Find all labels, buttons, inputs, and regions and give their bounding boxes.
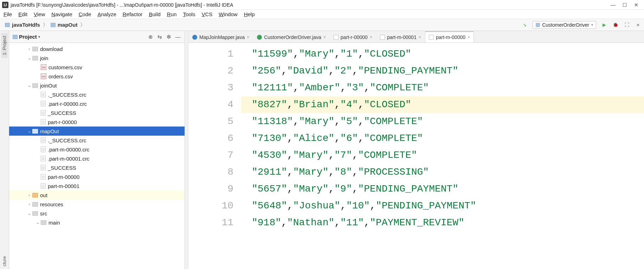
close-icon[interactable]: × bbox=[323, 35, 326, 40]
run-config-selector[interactable]: CustomerOrderDriver ▾ bbox=[533, 21, 596, 29]
tab-label: part-r-00000 bbox=[341, 34, 368, 40]
menu-tools[interactable]: Tools bbox=[183, 11, 195, 17]
tree-node-label: orders.csv bbox=[49, 73, 73, 79]
close-icon[interactable]: × bbox=[419, 35, 421, 40]
project-tree[interactable]: ›download⌄joincsvcustomers.csvcsvorders.… bbox=[9, 43, 185, 269]
structure-tool-tab[interactable]: cture bbox=[1, 253, 8, 269]
code-line[interactable]: "12111","Amber","3","COMPLETE" bbox=[241, 79, 644, 96]
menu-edit[interactable]: Edit bbox=[18, 11, 27, 17]
folder-icon bbox=[32, 47, 38, 51]
menu-code[interactable]: Code bbox=[79, 11, 91, 17]
run-icon[interactable]: ▶ bbox=[601, 22, 607, 28]
coverage-icon[interactable]: ⛶ bbox=[624, 22, 630, 28]
gear-icon[interactable]: ✼ bbox=[166, 34, 172, 40]
editor-tab-customerorderdriver-java[interactable]: CustomerOrderDriver.java× bbox=[253, 31, 330, 43]
hide-icon[interactable]: — bbox=[175, 34, 181, 40]
tree-node-main[interactable]: ⌄main bbox=[9, 218, 185, 227]
folder-icon bbox=[5, 23, 10, 27]
locate-icon[interactable]: ⊕ bbox=[147, 34, 154, 40]
menu-run[interactable]: Run bbox=[167, 11, 177, 17]
menu-analyze[interactable]: Analyze bbox=[97, 11, 116, 17]
tree-node-mapout[interactable]: ⌄mapOut bbox=[9, 127, 185, 136]
menu-vcs[interactable]: VCS bbox=[201, 11, 212, 17]
chevron-right-icon[interactable]: › bbox=[26, 193, 32, 197]
maximize-button[interactable]: ☐ bbox=[623, 2, 627, 8]
tab-label: MapJoinMapper.java bbox=[199, 34, 245, 40]
build-icon[interactable]: ↘ bbox=[521, 22, 528, 28]
tree-node-orders-csv[interactable]: csvorders.csv bbox=[9, 72, 185, 81]
left-tool-gutter: 1: Project cture bbox=[0, 31, 9, 269]
project-tool-tab[interactable]: 1: Project bbox=[1, 33, 8, 58]
line-number: 4 bbox=[188, 96, 233, 113]
project-panel: Project ▾ ⊕ ⇆ ✼ — ›download⌄joincsvcusto… bbox=[9, 31, 185, 269]
chevron-down-icon[interactable]: ⌄ bbox=[26, 211, 32, 216]
tree-node--success[interactable]: _SUCCESS bbox=[9, 163, 185, 172]
menu-refactor[interactable]: Refactor bbox=[123, 11, 143, 17]
tree-node-label: out bbox=[40, 192, 47, 198]
chevron-down-icon[interactable]: ⌄ bbox=[26, 83, 32, 88]
tree-node-label: customers.csv bbox=[49, 64, 82, 70]
collapse-icon[interactable]: ⇆ bbox=[156, 34, 163, 40]
close-button[interactable]: ✕ bbox=[634, 2, 638, 8]
code-line[interactable]: "5657","Mary","9","PENDING_PAYMENT" bbox=[241, 181, 644, 197]
chevron-down-icon[interactable]: ⌄ bbox=[26, 129, 32, 134]
tree-node---success-crc[interactable]: ._SUCCESS.crc bbox=[9, 136, 185, 145]
code-line[interactable]: "11599","Mary","1","CLOSED" bbox=[241, 46, 644, 63]
chevron-down-icon[interactable]: ⌄ bbox=[26, 56, 32, 60]
breadcrumb-item[interactable]: javaToHdfs bbox=[3, 21, 42, 28]
debug-icon[interactable]: 🐞 bbox=[612, 22, 619, 28]
menu-navigate[interactable]: Navigate bbox=[51, 11, 72, 17]
tree-node--success[interactable]: _SUCCESS bbox=[9, 108, 185, 117]
menu-build[interactable]: Build bbox=[149, 11, 160, 17]
code-line[interactable]: "8827","Brian","4","CLOSED" bbox=[241, 96, 644, 113]
menu-file[interactable]: File bbox=[4, 11, 12, 17]
tree-node--part-r-00000-crc[interactable]: .part-r-00000.crc bbox=[9, 99, 185, 108]
menu-view[interactable]: View bbox=[34, 11, 45, 17]
code-line[interactable]: "5648","Joshua","10","PENDING_PAYMENT" bbox=[241, 197, 644, 214]
menu-window[interactable]: Window bbox=[219, 11, 237, 17]
editor-tab-mapjoinmapper-java[interactable]: MapJoinMapper.java× bbox=[188, 31, 253, 43]
line-gutter: 1234567891011 bbox=[188, 43, 241, 269]
tree-node-label: src bbox=[40, 211, 47, 216]
tab-label: part-m-00001 bbox=[387, 34, 417, 40]
tree-node-resources[interactable]: ›resources bbox=[9, 200, 185, 209]
tree-node--part-m-00001-crc[interactable]: .part-m-00001.crc bbox=[9, 154, 185, 163]
editor[interactable]: 1234567891011 "11599","Mary","1","CLOSED… bbox=[188, 43, 644, 269]
tree-node-out[interactable]: ›out bbox=[9, 190, 185, 200]
tree-node-joinout[interactable]: ⌄joinOut bbox=[9, 81, 185, 90]
tree-node---success-crc[interactable]: ._SUCCESS.crc bbox=[9, 90, 185, 99]
stop-icon[interactable]: ■ bbox=[635, 22, 641, 28]
code-line[interactable]: "7130","Alice","6","COMPLETE" bbox=[241, 130, 644, 147]
file-icon bbox=[41, 156, 46, 161]
tree-node-part-r-00000[interactable]: part-r-00000 bbox=[9, 117, 185, 127]
code-line[interactable]: "11318","Mary","5","COMPLETE" bbox=[241, 113, 644, 130]
editor-tab-part-r-00000[interactable]: part-r-00000× bbox=[330, 31, 376, 43]
tree-node-join[interactable]: ⌄join bbox=[9, 53, 185, 63]
close-icon[interactable]: × bbox=[370, 35, 372, 40]
editor-tab-part-m-00000[interactable]: part-m-00000× bbox=[425, 31, 474, 43]
close-icon[interactable]: × bbox=[468, 35, 470, 40]
close-icon[interactable]: × bbox=[247, 35, 249, 40]
minimize-button[interactable]: — bbox=[611, 2, 616, 8]
editor-tab-part-m-00001[interactable]: part-m-00001× bbox=[376, 31, 425, 43]
menu-help[interactable]: Help bbox=[244, 11, 255, 17]
chevron-right-icon[interactable]: › bbox=[26, 202, 32, 206]
code-content[interactable]: "11599","Mary","1","CLOSED""256","David"… bbox=[241, 43, 644, 269]
tree-node-part-m-00000[interactable]: part-m-00000 bbox=[9, 172, 185, 181]
tree-node-customers-csv[interactable]: csvcustomers.csv bbox=[9, 63, 185, 72]
splitter[interactable] bbox=[185, 31, 188, 269]
code-line[interactable]: "2911","Mary","8","PROCESSING" bbox=[241, 164, 644, 181]
chevron-down-icon[interactable]: ⌄ bbox=[34, 220, 41, 225]
code-line[interactable]: "918","Nathan","11","PAYMENT_REVIEW" bbox=[241, 214, 644, 231]
file-icon bbox=[429, 35, 434, 40]
project-view-selector[interactable]: Project ▾ bbox=[13, 34, 40, 40]
code-line[interactable]: "4530","Mary","7","COMPLETE" bbox=[241, 147, 644, 164]
breadcrumb-item[interactable]: mapOut bbox=[49, 21, 80, 28]
file-icon bbox=[41, 183, 46, 189]
tree-node--part-m-00000-crc[interactable]: .part-m-00000.crc bbox=[9, 145, 185, 154]
chevron-right-icon[interactable]: › bbox=[26, 47, 32, 51]
tree-node-download[interactable]: ›download bbox=[9, 44, 185, 53]
tree-node-part-m-00001[interactable]: part-m-00001 bbox=[9, 181, 185, 190]
tree-node-src[interactable]: ⌄src bbox=[9, 209, 185, 218]
code-line[interactable]: "256","David","2","PENDING_PAYMENT" bbox=[241, 63, 644, 79]
